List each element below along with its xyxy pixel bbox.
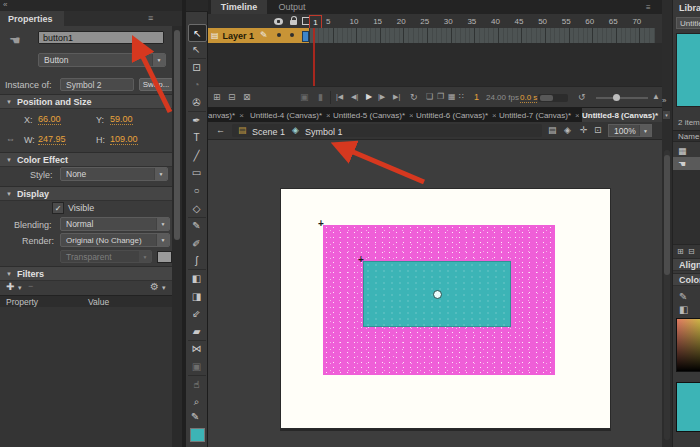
- blending-dropdown[interactable]: Normal ▼: [60, 217, 170, 231]
- modify-markers-icon[interactable]: ∷: [459, 93, 464, 101]
- chevron-down-icon[interactable]: ▾: [162, 284, 166, 291]
- y-value[interactable]: 59.00: [110, 115, 133, 125]
- scrollbar-thumb[interactable]: [540, 95, 553, 101]
- ruler-frame-5[interactable]: 5: [326, 17, 330, 26]
- fill-color-swatch[interactable]: [190, 428, 205, 442]
- eye-column-icon[interactable]: [274, 18, 283, 25]
- onion-skin-icon[interactable]: ❏: [426, 93, 433, 101]
- play-icon[interactable]: ▶: [366, 93, 372, 101]
- lock-column-icon[interactable]: [290, 20, 297, 25]
- layer-name[interactable]: Layer 1: [223, 31, 255, 41]
- close-icon[interactable]: ×: [492, 111, 496, 120]
- ruler-frame-70[interactable]: 70: [632, 17, 641, 26]
- new-layer-icon[interactable]: ⊞: [213, 93, 221, 102]
- selection-tool[interactable]: ↖: [188, 24, 207, 42]
- symbol-type-dropdown[interactable]: Button ▼: [38, 53, 166, 67]
- new-folder-icon[interactable]: ⊟: [688, 248, 695, 256]
- center-frame-icon[interactable]: ✛: [580, 126, 588, 135]
- timeline-zoom-slider[interactable]: [596, 97, 648, 99]
- scrollbar-thumb[interactable]: [664, 155, 670, 275]
- new-symbol-icon[interactable]: ⊞: [677, 248, 684, 256]
- tab-overflow-dropdown-icon[interactable]: ▾: [662, 110, 671, 120]
- back-arrow-icon[interactable]: ←: [216, 126, 225, 135]
- swap-button[interactable]: Swap...: [139, 78, 173, 91]
- fill-color-bucket-icon[interactable]: ◧: [679, 305, 688, 315]
- text-tool[interactable]: T: [188, 130, 205, 146]
- library-document-dropdown[interactable]: Untitled-8: [676, 17, 700, 29]
- breadcrumb-scene[interactable]: Scene 1: [252, 127, 285, 137]
- timeline-menu-icon[interactable]: ≡: [646, 3, 651, 12]
- ruler-frame-15[interactable]: 15: [373, 17, 382, 26]
- close-icon[interactable]: ×: [409, 111, 413, 120]
- library-button-item[interactable]: ☚: [673, 157, 700, 170]
- edit-scene-menu-icon[interactable]: ▤: [548, 126, 557, 135]
- document-tab-3[interactable]: Untitled-5 (Canvas)*×: [333, 108, 413, 122]
- step-forward-icon[interactable]: |▶: [378, 93, 385, 100]
- stage-zoom-dropdown[interactable]: 100% ▼: [608, 124, 652, 137]
- pen-tool[interactable]: ✒: [188, 112, 205, 128]
- new-folder-icon[interactable]: ⊟: [228, 93, 236, 102]
- color-panel-header[interactable]: Color: [673, 273, 700, 286]
- asset-warp-tool[interactable]: ⋈: [188, 341, 205, 357]
- x-value[interactable]: 66.00: [38, 115, 61, 125]
- library-bitmap-item[interactable]: ▦: [673, 144, 700, 157]
- visible-checkbox[interactable]: ✓: [52, 202, 64, 214]
- bone-tool[interactable]: ʃ: [188, 253, 205, 269]
- timeline-hscrollbar[interactable]: [538, 94, 568, 102]
- ruler-frame-20[interactable]: 20: [397, 17, 406, 26]
- document-tab-6[interactable]: Untitled-8 (Canvas)*×: [582, 108, 662, 122]
- slider-knob[interactable]: [613, 94, 620, 101]
- section-color-effect[interactable]: ▼ Color Effect: [0, 152, 172, 167]
- eyedropper-tool[interactable]: ⇙: [188, 306, 205, 322]
- ruler-frame-30[interactable]: 30: [444, 17, 453, 26]
- rectangle-tool[interactable]: ▭: [188, 165, 205, 181]
- panel-menu-icon[interactable]: ≡: [148, 13, 153, 23]
- tab-properties[interactable]: Properties: [0, 11, 64, 26]
- style-dropdown[interactable]: None ▼: [60, 167, 168, 181]
- eraser-tool[interactable]: ▰: [188, 323, 205, 339]
- render-dropdown[interactable]: Original (No Change) ▼: [60, 233, 170, 247]
- ruler-frame-65[interactable]: 65: [609, 17, 618, 26]
- section-position-and-size[interactable]: ▼ Position and Size: [0, 94, 172, 109]
- breadcrumb-symbol[interactable]: Symbol 1: [305, 127, 343, 137]
- close-icon[interactable]: ×: [326, 111, 330, 120]
- ink-bottle-tool[interactable]: ◨: [188, 288, 205, 304]
- close-icon[interactable]: ×: [575, 111, 579, 120]
- playhead-frame-number[interactable]: 1: [309, 15, 322, 29]
- chevron-down-icon[interactable]: ▾: [18, 284, 22, 291]
- edit-multiple-frames-icon[interactable]: ▦: [448, 93, 456, 101]
- ruler-frame-10[interactable]: 10: [350, 17, 359, 26]
- close-icon[interactable]: ×: [239, 111, 244, 120]
- ruler-frame-55[interactable]: 55: [562, 17, 571, 26]
- edit-symbols-menu-icon[interactable]: ◈: [564, 126, 571, 135]
- clip-content-icon[interactable]: ⊡: [594, 126, 602, 135]
- align-panel-header[interactable]: Align: [673, 258, 700, 271]
- ruler-frame-60[interactable]: 60: [585, 17, 594, 26]
- current-frame-value[interactable]: 1: [474, 93, 479, 102]
- subselection-tool[interactable]: ↖: [188, 42, 205, 58]
- document-tab-1[interactable]: anvas)*×: [208, 108, 244, 122]
- section-display[interactable]: ▼ Display: [0, 186, 172, 201]
- lasso-tool[interactable]: ✇: [188, 94, 205, 110]
- oval-tool[interactable]: ○: [188, 182, 205, 198]
- section-filters[interactable]: ▼ Filters: [0, 266, 172, 281]
- h-value[interactable]: 109.00: [110, 135, 138, 145]
- color-picker-gradient[interactable]: [676, 318, 700, 372]
- line-tool[interactable]: ╱: [188, 147, 205, 163]
- go-first-frame-icon[interactable]: |◀: [336, 93, 343, 100]
- collapse-panel-icon[interactable]: «: [3, 0, 7, 9]
- library-name-column[interactable]: Name: [673, 130, 700, 142]
- ruler-frame-35[interactable]: 35: [467, 17, 476, 26]
- ruler-frame-50[interactable]: 50: [538, 17, 547, 26]
- scrollbar-thumb[interactable]: [174, 30, 180, 240]
- elapsed-time-value[interactable]: 0.0 s: [520, 94, 537, 103]
- w-value[interactable]: 247.95: [38, 135, 66, 145]
- brush-tool[interactable]: ✐: [188, 235, 205, 251]
- layer-frames-strip[interactable]: [309, 28, 655, 43]
- expand-panels-icon[interactable]: »: [662, 96, 666, 105]
- frame-rate-value[interactable]: 24.00 fps: [486, 94, 519, 102]
- link-width-height-icon[interactable]: ⇔: [6, 135, 15, 144]
- reset-timeline-zoom-icon[interactable]: ↺: [578, 93, 586, 102]
- stroke-color-pencil-icon[interactable]: ✎: [679, 292, 687, 302]
- instance-of-value[interactable]: Symbol 2: [60, 78, 134, 91]
